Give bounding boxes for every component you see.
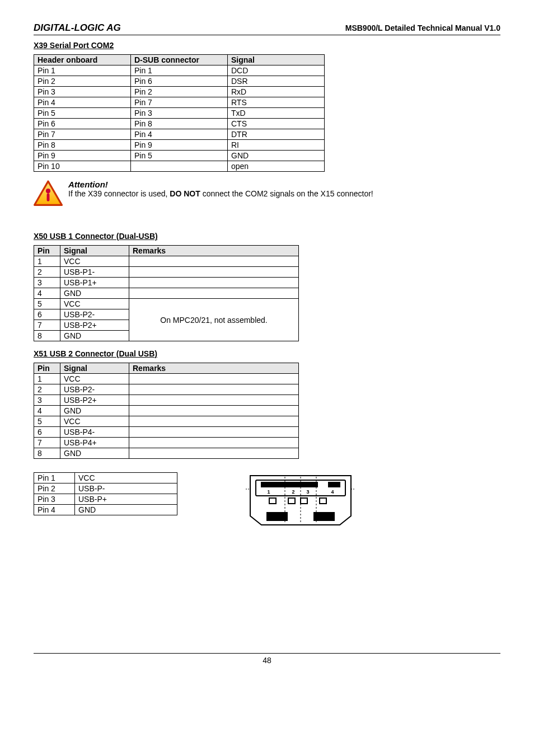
table-row: 2USB-P1-: [34, 267, 299, 278]
x51-title: X51 USB 2 Connector (Dual USB): [34, 349, 500, 358]
table-row: Pin 7Pin 4DTR: [34, 129, 325, 140]
svg-rect-1: [47, 193, 50, 201]
table-row: Pin 3Pin 2RxD: [34, 87, 325, 97]
svg-rect-5: [269, 498, 276, 504]
merged-remark: On MPC20/21, not assembled.: [129, 299, 299, 341]
col-header: Header onboard: [34, 55, 131, 65]
table-row: 4GND: [34, 406, 299, 416]
table-row: 1VCC: [34, 256, 299, 267]
x51-table: Pin Signal Remarks 1VCC 2USB-P2- 3USB-P2…: [34, 363, 299, 459]
svg-rect-4: [329, 482, 340, 487]
attention-block: Attention! If the X39 connector is used,…: [34, 180, 500, 209]
table-row: Pin 1Pin 1DCD: [34, 65, 325, 76]
table-row: 8GND: [34, 448, 299, 459]
svg-rect-10: [314, 513, 334, 520]
page-header: DIGITAL-LOGIC AG MSB900/L Detailed Techn…: [34, 22, 500, 35]
svg-rect-6: [288, 498, 295, 504]
table-row: Pin 9Pin 5GND: [34, 151, 325, 161]
table-row: Pin 1VCC: [34, 473, 177, 483]
table-row: 3USB-P1+: [34, 278, 299, 288]
table-row: 2USB-P2-: [34, 384, 299, 395]
svg-rect-8: [320, 498, 326, 504]
attention-text: Attention! If the X39 connector is used,…: [68, 180, 373, 198]
table-row: Pin 2USB-P-: [34, 483, 177, 494]
col-header: Remarks: [129, 363, 299, 374]
table-row: Pin 4Pin 7RTS: [34, 97, 325, 108]
col-header: D-SUB connector: [131, 55, 228, 65]
table-row: 6USB-P4-: [34, 427, 299, 438]
header-right: MSB900/L Detailed Technical Manual V1.0: [345, 24, 500, 32]
table-row: 7USB-P4+: [34, 438, 299, 448]
pin-label: 3: [306, 489, 309, 495]
table-row: 5VCCOn MPC20/21, not assembled.: [34, 299, 299, 309]
table-row: Pin 2Pin 6DSR: [34, 76, 325, 87]
col-header: Signal: [228, 55, 325, 65]
svg-rect-9: [267, 513, 287, 520]
svg-rect-7: [301, 498, 307, 504]
x50-title: X50 USB 1 Connector (Dual-USB): [34, 232, 500, 241]
pin-label: 2: [292, 489, 294, 495]
col-header: Signal: [60, 363, 129, 374]
table-row: 5VCC: [34, 416, 299, 427]
header-left: DIGITAL-LOGIC AG: [34, 22, 121, 34]
table-row: Pin 3USB-P+: [34, 494, 177, 505]
pin-label: 4: [331, 489, 334, 495]
table-row: Pin Signal Remarks: [34, 363, 299, 374]
col-header: Remarks: [129, 246, 299, 256]
col-header: Pin: [34, 246, 60, 256]
table-row: 4GND: [34, 288, 299, 299]
page-footer: 48: [34, 653, 500, 665]
x39-title: X39 Serial Port COM2: [34, 41, 500, 50]
svg-rect-3: [261, 482, 317, 487]
attention-body: If the X39 connector is used, DO NOT con…: [68, 189, 373, 198]
table-row: 1VCC: [34, 374, 299, 384]
col-header: Pin: [34, 363, 60, 374]
x50-table: Pin Signal Remarks 1VCC 2USB-P1- 3USB-P1…: [34, 245, 299, 341]
table-row: Pin 5Pin 3TxD: [34, 108, 325, 119]
svg-point-0: [46, 189, 50, 193]
usb-pinout-row: Pin 1VCC Pin 2USB-P- Pin 3USB-P+ Pin 4GN…: [34, 472, 500, 530]
attention-title: Attention!: [68, 180, 373, 189]
table-row: Pin 8Pin 9RI: [34, 140, 325, 151]
x39-table: Header onboard D-SUB connector Signal Pi…: [34, 54, 325, 172]
table-row: Pin 6Pin 8CTS: [34, 119, 325, 129]
table-row: 3USB-P2+: [34, 395, 299, 406]
table-row: Header onboard D-SUB connector Signal: [34, 55, 325, 65]
table-row: Pin Signal Remarks: [34, 246, 299, 256]
usb-connector-icon: 1 2 3 4: [245, 472, 357, 530]
table-row: Pin 10open: [34, 161, 325, 172]
table-row: Pin 4GND: [34, 505, 177, 515]
usb-pinout-table: Pin 1VCC Pin 2USB-P- Pin 3USB-P+ Pin 4GN…: [34, 472, 177, 515]
col-header: Signal: [60, 246, 129, 256]
warning-icon: [34, 180, 63, 209]
pin-label: 1: [267, 489, 270, 495]
page-number: 48: [263, 656, 271, 665]
